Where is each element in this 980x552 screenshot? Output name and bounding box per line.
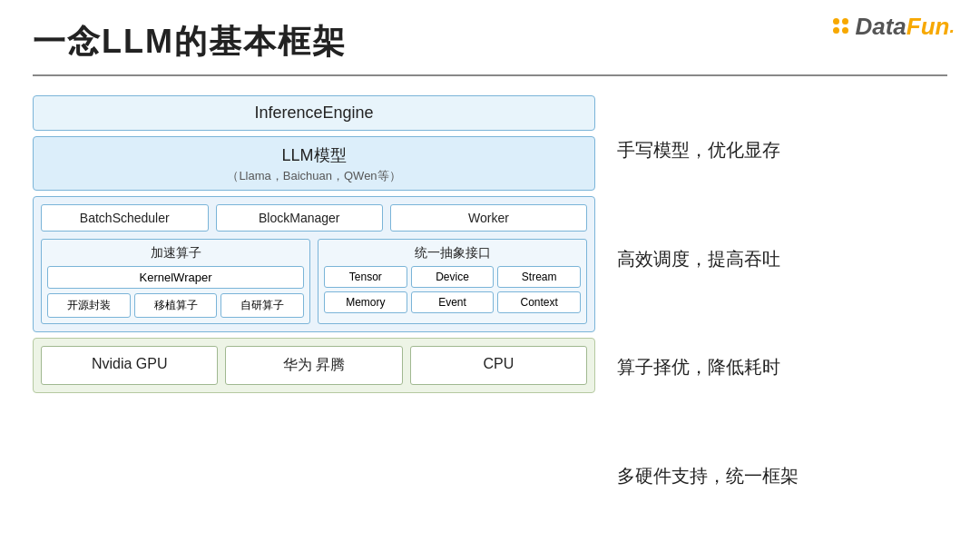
diagram-container: InferenceEngine LLM模型 （Llama，Baichuan，QW…: [33, 95, 595, 530]
page-title: 一念LLM的基本框架: [33, 20, 347, 64]
migrate-label: 移植算子: [154, 299, 198, 311]
block-manager-box: BlockManager: [216, 204, 384, 232]
stream-cell: Stream: [497, 266, 581, 288]
kernel-wrapper-box: KernelWraper: [47, 266, 304, 289]
annotation-3: 多硬件支持，统一框架: [617, 462, 962, 489]
tensor-cell: Tensor: [324, 266, 407, 288]
logo: DataFun.: [833, 13, 955, 41]
middle-top-row: BatchScheduler BlockManager Worker: [41, 204, 587, 232]
device-cell: Device: [411, 266, 495, 288]
worker-label: Worker: [468, 211, 509, 225]
open-source-label: 开源封装: [67, 299, 111, 311]
event-cell: Event: [411, 291, 495, 313]
cpu-label: CPU: [483, 356, 514, 371]
llm-model-title: LLM模型: [34, 144, 594, 166]
annotation-1: 高效调度，提高吞吐: [617, 245, 962, 272]
logo-text-fun: Fun: [906, 13, 950, 41]
accel-title: 加速算子: [47, 245, 304, 261]
batch-scheduler-label: BatchScheduler: [80, 211, 170, 225]
inference-engine-box: InferenceEngine: [33, 95, 595, 131]
accel-section: 加速算子 KernelWraper 开源封装 移植算子 自研算子: [41, 239, 310, 324]
accel-bottom-row: 开源封装 移植算子 自研算子: [47, 293, 304, 318]
abstract-title: 统一抽象接口: [324, 245, 581, 261]
annotation-0: 手写模型，优化显存: [617, 136, 962, 163]
hardware-section: Nvidia GPU 华为 昇腾 CPU: [33, 338, 595, 393]
self-dev-box: 自研算子: [220, 293, 304, 318]
memory-cell: Memory: [324, 291, 407, 313]
llm-model-subtitle: （Llama，Baichuan，QWen等）: [34, 168, 594, 184]
nvidia-gpu-box: Nvidia GPU: [41, 346, 218, 385]
annotation-2: 算子择优，降低耗时: [617, 353, 962, 380]
block-manager-label: BlockManager: [259, 211, 340, 225]
self-dev-label: 自研算子: [240, 299, 284, 311]
abstract-grid: Tensor Device Stream Memory Event: [324, 266, 581, 313]
cpu-box: CPU: [410, 346, 587, 385]
abstract-section: 统一抽象接口 Tensor Device Stream Memory: [318, 239, 587, 324]
kernel-wrapper-label: KernelWraper: [140, 271, 212, 284]
huawei-ascend-label: 华为 昇腾: [283, 357, 345, 372]
batch-scheduler-box: BatchScheduler: [41, 204, 209, 232]
title-divider: [33, 74, 947, 76]
middle-bottom-row: 加速算子 KernelWraper 开源封装 移植算子 自研算子: [41, 239, 587, 324]
logo-dots: [833, 18, 851, 36]
llm-model-box: LLM模型 （Llama，Baichuan，QWen等）: [33, 136, 595, 191]
logo-text-data: Data: [855, 13, 906, 41]
huawei-ascend-box: 华为 昇腾: [225, 346, 402, 385]
middle-section: BatchScheduler BlockManager Worker 加速算子 …: [33, 196, 595, 332]
open-source-box: 开源封装: [47, 293, 131, 318]
context-cell: Context: [497, 291, 581, 313]
worker-box: Worker: [390, 204, 587, 232]
inference-engine-label: InferenceEngine: [254, 104, 373, 122]
migrate-box: 移植算子: [134, 293, 218, 318]
nvidia-gpu-label: Nvidia GPU: [92, 356, 168, 371]
annotations: 手写模型，优化显存 高效调度，提高吞吐 算子择优，降低耗时 多硬件支持，统一框架: [617, 95, 962, 530]
